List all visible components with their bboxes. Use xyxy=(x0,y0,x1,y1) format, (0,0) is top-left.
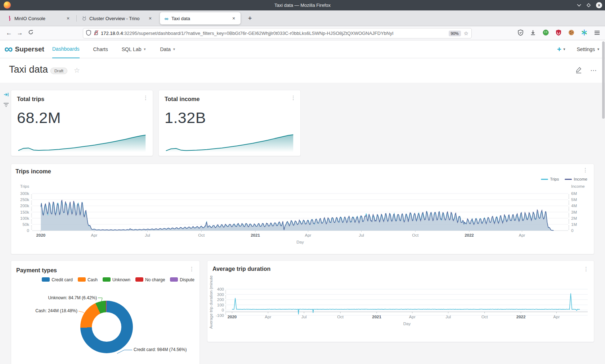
page-title: Taxi data xyxy=(9,64,48,75)
svg-text:0: 0 xyxy=(571,228,573,233)
svg-text:0: 0 xyxy=(222,308,224,312)
reload-icon[interactable] xyxy=(25,29,36,37)
url-bar[interactable]: 172.18.0.4:32295/superset/dashboard/1/?n… xyxy=(83,28,472,38)
card-avg-trip-duration: Average trip duration ⋮ 4003002001000-10… xyxy=(207,260,594,342)
card-total-income: Total income ⋮ 1.32B xyxy=(158,90,301,156)
nav-item-charts[interactable]: Charts xyxy=(93,40,108,58)
callout-credit-card: Credit card: 984M (74.56%) xyxy=(134,347,187,352)
svg-text:Apr: Apr xyxy=(553,315,560,319)
tab-close-icon[interactable]: × xyxy=(230,15,237,21)
bookmark-star-icon[interactable]: ☆ xyxy=(464,30,469,37)
legend-label: Dispute xyxy=(180,277,194,282)
legend-item[interactable]: Unknown xyxy=(103,277,130,282)
nav-item-data[interactable]: Data▼ xyxy=(160,40,176,58)
tab-minio-console[interactable]: MinIO Console × xyxy=(3,12,75,24)
nav-item-sql-lab[interactable]: SQL Lab▼ xyxy=(122,40,147,58)
url-path: :32295/superset/dashboard/1/?native_filt… xyxy=(123,31,393,36)
tab-separator xyxy=(76,15,77,22)
svg-text:150k: 150k xyxy=(20,210,29,214)
kebab-menu-icon[interactable]: ⋮ xyxy=(291,95,296,101)
card-total-trips: Total trips ⋮ 68.2M xyxy=(11,90,153,156)
legend-label: No charge xyxy=(145,277,165,282)
svg-text:Jul: Jul xyxy=(145,233,150,237)
superset-logo-icon: ∞ xyxy=(4,43,13,55)
svg-text:2021: 2021 xyxy=(372,315,381,319)
svg-text:2021: 2021 xyxy=(251,233,260,237)
svg-text:Jul: Jul xyxy=(301,315,307,319)
maximize-icon[interactable] xyxy=(586,3,591,8)
tab-title: Cluster Overview - Trino xyxy=(89,16,144,21)
svg-text:100: 100 xyxy=(217,303,224,307)
chevron-down-icon: ▼ xyxy=(172,47,176,51)
svg-text:Apr: Apr xyxy=(519,233,525,237)
svg-text:1M: 1M xyxy=(571,222,577,227)
trino-favicon xyxy=(81,15,87,21)
tab-close-icon[interactable]: × xyxy=(65,15,71,21)
card-title: Payment types xyxy=(16,267,57,274)
legend-swatch xyxy=(103,277,111,282)
url-host: 172.18.0.4 xyxy=(101,31,123,36)
legend-item[interactable]: Cash xyxy=(78,277,98,282)
favorite-star-icon[interactable]: ☆ xyxy=(74,66,80,74)
zoom-level-badge[interactable]: 90% xyxy=(449,31,461,36)
forward-icon[interactable]: → xyxy=(14,29,25,37)
tab-title: MinIO Console xyxy=(14,16,62,21)
minimize-icon[interactable] xyxy=(577,4,581,7)
legend-label: Unknown xyxy=(112,277,130,282)
downloads-icon[interactable] xyxy=(530,30,536,37)
legend-label: Cash xyxy=(88,277,98,282)
callout-unknown: Unknown: 84.7M (6.42%) xyxy=(48,295,97,300)
legend-item[interactable]: No charge xyxy=(135,277,165,282)
more-options-icon[interactable]: ⋯ xyxy=(590,67,597,74)
svg-text:Apr: Apr xyxy=(409,315,416,319)
edit-pencil-icon[interactable] xyxy=(575,66,582,75)
svg-text:2020: 2020 xyxy=(36,233,46,237)
big-number-value: 1.32B xyxy=(165,109,206,127)
tab-trino[interactable]: Cluster Overview - Trino × xyxy=(78,12,157,24)
trips-income-plot: 300k250k200k150k100k50k06M5M4M3M2M1M0Tri… xyxy=(11,164,595,255)
svg-text:Trips: Trips xyxy=(20,184,29,188)
chevron-down-icon: ▼ xyxy=(597,47,600,51)
legend-item[interactable]: Credit card xyxy=(42,277,73,282)
brand-name: Superset xyxy=(15,45,44,53)
avg-duration-plot: 4003002001000-1002020AprJulOct2021AprJul… xyxy=(207,261,595,342)
filter-icon[interactable] xyxy=(2,101,10,109)
kebab-menu-icon[interactable]: ⋮ xyxy=(189,266,194,272)
legend-item[interactable]: Dispute xyxy=(170,277,194,282)
dashboard-header: Taxi data Draft ☆ ⋯ xyxy=(0,58,605,83)
protection-shield-icon[interactable] xyxy=(518,29,523,37)
status-badge: Draft xyxy=(50,68,67,74)
close-icon[interactable]: × xyxy=(596,2,602,8)
settings-menu[interactable]: Settings▼ xyxy=(577,46,600,52)
svg-text:Apr: Apr xyxy=(305,233,312,237)
callout-cash: Cash: 244M (18.48%) xyxy=(35,308,77,313)
add-new-button[interactable]: +▼ xyxy=(557,45,566,54)
url-text[interactable]: 172.18.0.4:32295/superset/dashboard/1/?n… xyxy=(101,31,446,36)
extension-asterisk-icon[interactable] xyxy=(581,29,587,37)
nav-item-dashboards[interactable]: Dashboards xyxy=(52,40,80,58)
tab-taxi-data[interactable]: ∞ Taxi data × xyxy=(160,12,241,24)
menu-hamburger-icon[interactable] xyxy=(594,30,600,37)
privacy-badger-icon[interactable] xyxy=(543,29,549,37)
tab-close-icon[interactable]: × xyxy=(147,15,153,21)
expand-filter-bar-icon[interactable] xyxy=(2,91,10,99)
firefox-window: Taxi data — Mozilla Firefox × MinIO Cons… xyxy=(0,0,605,364)
minio-favicon xyxy=(6,15,12,21)
shield-icon[interactable] xyxy=(86,30,91,37)
back-icon[interactable]: ← xyxy=(4,29,14,37)
svg-text:Oct: Oct xyxy=(481,315,488,319)
superset-favicon: ∞ xyxy=(163,15,169,21)
payment-donut[interactable] xyxy=(80,301,133,353)
svg-text:400: 400 xyxy=(217,287,224,291)
scrollbar-thumb[interactable] xyxy=(602,41,605,119)
firefox-icon xyxy=(4,1,11,9)
superset-brand[interactable]: ∞ Superset xyxy=(4,40,44,58)
cookie-icon[interactable] xyxy=(568,29,574,37)
ublock-icon[interactable] xyxy=(556,29,561,37)
new-tab-button[interactable]: + xyxy=(245,13,255,23)
svg-text:2022: 2022 xyxy=(465,233,474,237)
kebab-menu-icon[interactable]: ⋮ xyxy=(143,95,148,101)
card-title: Total trips xyxy=(17,96,44,103)
svg-text:Oct: Oct xyxy=(337,315,344,319)
lock-insecure-icon[interactable] xyxy=(94,30,99,37)
